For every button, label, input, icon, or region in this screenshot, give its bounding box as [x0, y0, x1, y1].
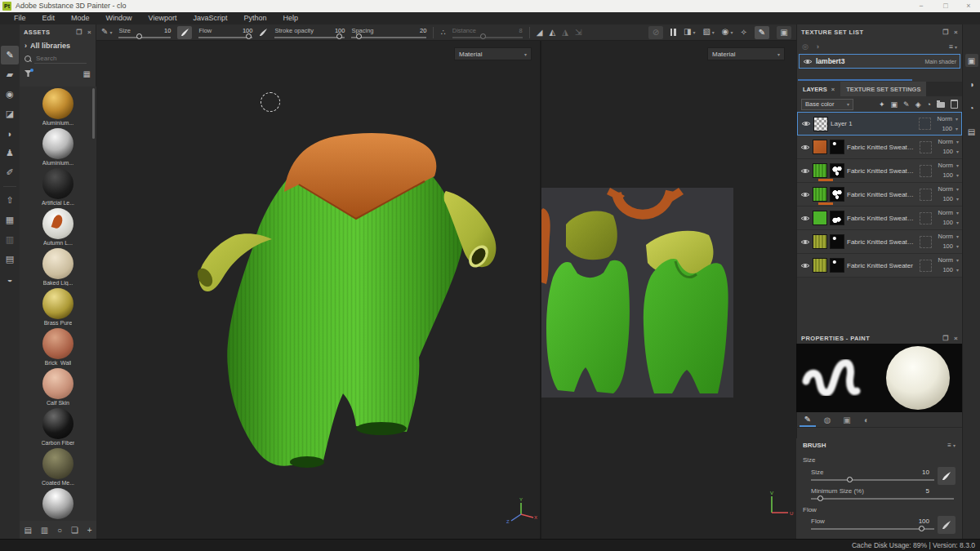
- maximize-button[interactable]: □: [936, 2, 956, 10]
- material-item[interactable]: Autumn L...: [20, 207, 96, 247]
- flow-slider-knob[interactable]: [246, 33, 252, 39]
- pause-engine-button[interactable]: [670, 29, 676, 36]
- eye-icon[interactable]: [803, 58, 813, 65]
- size-slider-knob[interactable]: [136, 33, 142, 39]
- flow-value[interactable]: 100: [919, 518, 929, 525]
- tab-layers[interactable]: LAYERS ×: [797, 82, 840, 96]
- min-size-slider[interactable]: [811, 498, 954, 500]
- close-button[interactable]: ×: [959, 2, 978, 10]
- mask-editor-button[interactable]: ◒: [1, 269, 19, 288]
- blend-mode[interactable]: Norm ▾: [938, 232, 959, 242]
- channel-dropdown[interactable]: Base color▾: [801, 99, 853, 110]
- close-panel-icon[interactable]: ×: [954, 29, 958, 36]
- close-panel-icon[interactable]: ×: [954, 335, 958, 342]
- menu-window[interactable]: Window: [99, 12, 140, 24]
- tab-brush[interactable]: ✎: [800, 412, 816, 427]
- section-menu-icon[interactable]: ≡▾: [947, 442, 956, 449]
- paint-tool-button[interactable]: ✎: [1, 46, 19, 64]
- layer-mask-thumbnail[interactable]: [830, 258, 844, 273]
- add-icon[interactable]: +: [87, 526, 92, 535]
- panel-scrollbar[interactable]: [798, 79, 912, 81]
- effect-slot[interactable]: [920, 260, 932, 272]
- layer-mask-thumbnail[interactable]: [830, 163, 844, 178]
- layer-row[interactable]: Fabric Knitted Sweater copy 2 Norm ▾100 …: [797, 207, 962, 230]
- spacing-slider-knob[interactable]: [356, 33, 362, 39]
- material-item[interactable]: Calf Skin: [20, 367, 96, 407]
- viewport-3d[interactable]: Material▾ Y X Z: [96, 41, 540, 539]
- eye-icon[interactable]: [800, 215, 810, 222]
- material-item[interactable]: Baked Lig...: [20, 247, 96, 287]
- effect-slot[interactable]: [919, 118, 931, 130]
- material-item[interactable]: Coated Me...: [20, 447, 96, 487]
- stroke-opacity-slider-knob[interactable]: [336, 33, 342, 39]
- float-panel-icon[interactable]: ❐: [942, 29, 949, 36]
- layer-thumbnail[interactable]: [813, 258, 827, 273]
- eye-icon[interactable]: [800, 238, 810, 246]
- layer-opacity[interactable]: 100 ▾: [942, 242, 959, 251]
- log-dock-icon[interactable]: ▤: [965, 125, 978, 138]
- falloff-curve-icon[interactable]: ◢: [537, 25, 543, 40]
- float-panel-icon[interactable]: ❐: [76, 29, 82, 36]
- material-item[interactable]: Brass Pure: [20, 287, 96, 327]
- layer-mask-thumbnail[interactable]: [830, 234, 844, 249]
- material-item[interactable]: Brick_Wall: [20, 327, 96, 367]
- layer-mask-thumbnail[interactable]: [830, 211, 844, 225]
- layer-mask-thumbnail[interactable]: [830, 140, 844, 154]
- screenshot-button[interactable]: ▣: [777, 26, 791, 39]
- search-input[interactable]: [34, 54, 87, 64]
- blend-mode[interactable]: Norm ▾: [938, 256, 959, 265]
- material-item[interactable]: Artificial Le...: [20, 167, 96, 207]
- shading-dropdown[interactable]: ▧▾: [702, 24, 714, 40]
- menu-python[interactable]: Python: [236, 12, 274, 24]
- blend-mode[interactable]: Norm ▾: [938, 137, 959, 147]
- clone-tool-button[interactable]: ♟: [1, 144, 19, 162]
- size-slider[interactable]: [118, 37, 171, 38]
- polygon-fill-tool-button[interactable]: ◪: [1, 104, 19, 123]
- blend-mode[interactable]: Norm ▾: [938, 161, 959, 171]
- menu-javascript[interactable]: JavaScript: [185, 12, 234, 24]
- tab-alpha[interactable]: ◍: [819, 412, 835, 427]
- stroke-opacity-slider[interactable]: [274, 37, 345, 38]
- eye-icon[interactable]: [800, 262, 810, 269]
- shader-settings-dock-icon[interactable]: ◑: [965, 78, 978, 91]
- blend-mode[interactable]: Norm ▾: [938, 114, 958, 124]
- layer-row[interactable]: Fabric Knitted Sweater copy 1 Norm ▾100 …: [797, 230, 962, 254]
- shading-mode-dropdown-3d[interactable]: Material▾: [454, 47, 532, 60]
- filter-menu-icon[interactable]: ≡▾: [949, 42, 957, 51]
- effect-slot[interactable]: [920, 236, 932, 248]
- effect-slot[interactable]: [920, 141, 932, 153]
- size-value[interactable]: 10: [164, 27, 171, 34]
- smudge-tool-button[interactable]: ◗: [1, 124, 19, 143]
- blend-mode[interactable]: Norm ▾: [938, 184, 959, 194]
- material-item[interactable]: Carbon Fiber: [20, 407, 96, 447]
- resources-updater-button[interactable]: ▦: [1, 211, 19, 229]
- display-settings-button[interactable]: ▥: [1, 230, 19, 249]
- material-picker-tool-button[interactable]: ✐: [1, 163, 19, 182]
- menu-edit[interactable]: Edit: [35, 12, 63, 24]
- all-libraries-row[interactable]: › All libraries: [20, 39, 96, 52]
- eye-icon[interactable]: [800, 144, 810, 151]
- tab-material[interactable]: ◐: [858, 412, 875, 427]
- effect-slot[interactable]: [920, 189, 932, 201]
- spacing-value[interactable]: 20: [420, 27, 426, 34]
- tab-stencil[interactable]: ▣: [839, 412, 855, 427]
- size-value[interactable]: 10: [922, 469, 929, 476]
- particle-brush-icon[interactable]: ✧: [741, 25, 747, 40]
- layer-thumbnail[interactable]: [813, 117, 828, 131]
- material-item[interactable]: Aluminium...: [20, 127, 96, 167]
- add-paint-layer-icon[interactable]: ✎: [903, 100, 910, 109]
- layer-row[interactable]: Layer 1 Norm ▾100 ▾: [797, 112, 962, 136]
- tab-texture-set-settings[interactable]: TEXTURE SET SETTINGS: [840, 82, 926, 96]
- flow-slider-knob[interactable]: [919, 526, 924, 531]
- min-size-slider-knob[interactable]: [817, 495, 823, 501]
- active-tool-icon[interactable]: ✎▾: [101, 24, 112, 40]
- perspective-dropdown[interactable]: ◨▾: [684, 24, 695, 40]
- float-panel-icon[interactable]: ❐: [942, 335, 949, 342]
- layer-opacity[interactable]: 100 ▾: [942, 124, 958, 134]
- tab-close-icon[interactable]: ×: [831, 86, 835, 93]
- display-settings-dock-icon[interactable]: ▣: [965, 54, 978, 67]
- camera-dropdown[interactable]: ◉▾: [722, 24, 733, 40]
- symmetry-icon[interactable]: ◭: [549, 25, 555, 40]
- layer-row[interactable]: Fabric Knitted Sweater Norm ▾100 ▾: [797, 254, 962, 278]
- menu-help[interactable]: Help: [275, 12, 305, 24]
